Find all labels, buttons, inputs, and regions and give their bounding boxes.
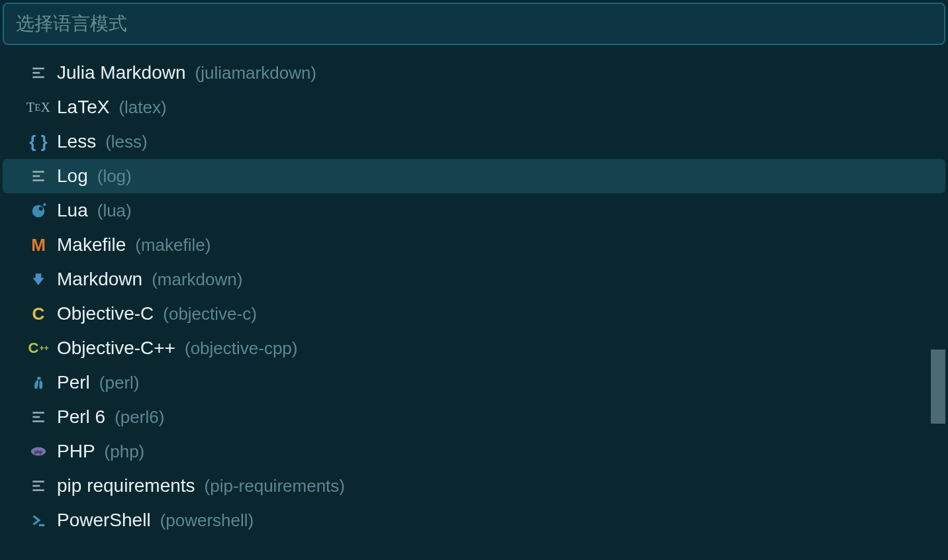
language-option-hint: (perl) [99, 373, 140, 393]
language-option-hint: (objective-cpp) [185, 338, 298, 359]
language-option-hint: (log) [97, 166, 132, 187]
language-option-label: Objective-C [57, 303, 154, 324]
latex-icon: TEX [26, 101, 50, 114]
perl-icon [26, 374, 50, 391]
language-option[interactable]: Perl(perl) [3, 365, 945, 400]
language-option-label: LaTeX [57, 97, 109, 118]
language-option[interactable]: { }Less(less) [3, 124, 945, 159]
language-option[interactable]: Julia Markdown(juliamarkdown) [3, 56, 945, 90]
language-option-label: pip requirements [57, 475, 195, 496]
lua-icon [26, 202, 50, 219]
text-lines-icon [26, 477, 50, 494]
text-lines-icon [26, 64, 50, 81]
language-option-hint: (markdown) [152, 269, 242, 290]
objective-cpp-icon: C++ [26, 341, 50, 355]
language-option-label: Makefile [57, 234, 126, 256]
language-option-label: PHP [57, 441, 95, 462]
scrollbar-thumb[interactable] [931, 350, 945, 424]
language-option-label: Perl [57, 372, 90, 393]
svg-point-9 [32, 205, 45, 218]
svg-point-10 [39, 207, 43, 210]
language-option[interactable]: Log(log) [3, 159, 945, 193]
language-option-label: Less [57, 131, 96, 152]
text-lines-icon [26, 408, 50, 426]
svg-point-13 [37, 377, 41, 380]
language-option-hint: (php) [105, 442, 145, 462]
language-option[interactable]: MMakefile(makefile) [3, 228, 945, 262]
language-option[interactable]: Julia(julia) [3, 50, 945, 56]
language-list: Julia(julia)Julia Markdown(juliamarkdown… [3, 50, 945, 537]
makefile-icon: M [26, 236, 50, 254]
language-option-label: Log [57, 165, 88, 187]
language-option-hint: (less) [105, 132, 148, 152]
search-field-wrap [3, 3, 945, 45]
language-option-hint: (powershell) [160, 510, 254, 531]
language-option[interactable]: phpPHP(php) [3, 434, 945, 469]
braces-icon: { } [26, 133, 50, 150]
scrollbar-track[interactable] [931, 50, 945, 560]
language-option-label: Objective-C++ [57, 338, 175, 359]
language-option-hint: (perl6) [115, 407, 164, 428]
language-option[interactable]: Perl 6(perl6) [3, 400, 945, 434]
text-lines-icon [26, 167, 50, 185]
language-search-input[interactable] [4, 4, 944, 44]
language-option[interactable]: PowerShell(powershell) [3, 503, 945, 537]
language-option[interactable]: CObjective-C(objective-c) [3, 297, 945, 331]
language-option[interactable]: Markdown(markdown) [3, 262, 945, 297]
language-option-hint: (juliamarkdown) [195, 63, 317, 83]
language-option-label: Markdown [57, 269, 142, 290]
language-option-hint: (latex) [118, 97, 166, 118]
language-option[interactable]: TEXLaTeX(latex) [3, 90, 945, 124]
language-mode-picker: Julia(julia)Julia Markdown(juliamarkdown… [3, 3, 945, 560]
language-option-hint: (makefile) [135, 235, 211, 256]
language-option-label: Lua [57, 200, 88, 221]
language-option-hint: (objective-c) [163, 304, 257, 324]
language-option-label: PowerShell [57, 510, 151, 531]
markdown-icon [26, 271, 50, 288]
language-list-viewport: Julia(julia)Julia Markdown(juliamarkdown… [3, 50, 945, 560]
svg-text:php: php [34, 449, 42, 455]
language-option[interactable]: Lua(lua) [3, 193, 945, 228]
powershell-icon [26, 512, 50, 529]
language-option-label: Perl 6 [57, 406, 105, 428]
language-option-hint: (lua) [97, 201, 132, 221]
language-option-hint: (pip-requirements) [205, 476, 345, 496]
language-option-label: Julia Markdown [57, 62, 186, 83]
language-option[interactable]: C++Objective-C++(objective-cpp) [3, 331, 945, 365]
language-option[interactable]: pip requirements(pip-requirements) [3, 469, 945, 503]
objective-c-icon: C [26, 305, 50, 322]
php-icon: php [26, 443, 50, 460]
svg-point-11 [43, 203, 46, 206]
svg-marker-12 [32, 273, 44, 285]
